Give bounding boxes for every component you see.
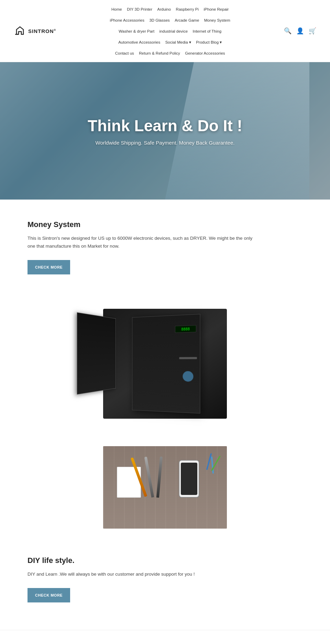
money-system-product-image: 8888 [0,295,330,439]
nav-home[interactable]: Home [111,7,122,11]
main-nav: Home DIY 3D Printer Arduino Raspberry Pi… [56,3,284,58]
logo[interactable]: SINTRON® [14,25,56,37]
logo-icon [14,25,26,37]
nav-money-system[interactable]: Money System [204,18,230,22]
money-system-title: Money System [28,220,302,229]
money-system-section: Money System This is Sintron's new desig… [0,200,330,295]
nav-automotive[interactable]: Automotive Accessories [118,40,160,44]
diy-title: DIY life style. [28,556,302,565]
box-coin-slot [179,357,197,359]
nav-internet-of-thing[interactable]: Internet of Thing [192,29,221,33]
product-box-visual: 8888 [103,309,227,419]
nav-generator[interactable]: Generator Accessories [185,51,225,55]
box-button [183,371,193,382]
nav-raspberry-pi[interactable]: Raspberry Pi [176,7,199,11]
repair-image-visual [103,446,227,529]
svg-marker-0 [16,27,23,34]
nav-row-2: iPhone Accessories 3D Glasses Arcade Gam… [63,14,277,25]
phone-image [179,460,199,498]
box-door [77,312,116,394]
nav-diy-3d-printer[interactable]: DIY 3D Printer [127,7,152,11]
nav-row-1: Home DIY 3D Printer Arduino Raspberry Pi… [63,3,277,14]
hero-section: Think Learn & Do It ! Worldwide Shipping… [0,62,330,200]
money-system-description: This is Sintron's new designed for US up… [28,235,261,250]
hero-content: Think Learn & Do It ! Worldwide Shipping… [88,116,242,146]
logo-text: SINTRON® [28,28,56,34]
diy-description: DIY and Learn .We will always be with ou… [28,570,261,578]
best-sellers-header: BEST SELLERS [0,630,330,644]
nav-row-3: Washer & dryer Part industrial device In… [63,25,277,36]
nav-iphone-accessories[interactable]: iPhone Accessories [110,18,144,22]
nav-washer-dryer[interactable]: Washer & dryer Part [119,29,154,33]
nav-iphone-repair[interactable]: iPhone Repair [204,7,229,11]
nav-social-media[interactable]: Social Media ▾ [165,40,191,44]
phone-screen [181,463,197,495]
nav-product-blog[interactable]: Product Blog ▾ [196,40,222,44]
diy-check-more-button[interactable]: CHECK MORE [28,588,70,602]
box-display: 8888 [175,325,196,333]
nav-return-refund[interactable]: Return & Refund Policy [139,51,180,55]
site-header: SINTRON® Home DIY 3D Printer Arduino Ras… [0,0,330,62]
nav-industrial-device[interactable]: industrial device [160,29,188,33]
cart-icon[interactable]: 🛒 [309,27,316,35]
hero-title: Think Learn & Do It ! [88,116,242,135]
header-actions: 🔍 👤 🛒 [284,27,316,35]
nav-arduino[interactable]: Arduino [157,7,171,11]
money-system-check-more-button[interactable]: CHECK MORE [28,260,70,274]
nav-row-5: Contact us Return & Refund Policy Genera… [63,47,277,58]
search-icon[interactable]: 🔍 [284,27,292,35]
box-main-body: 8888 [132,314,200,414]
nav-3d-glasses[interactable]: 3D Glasses [149,18,169,22]
nav-row-4: Automotive Accessories Social Media ▾ Pr… [63,36,277,47]
repair-image-section [0,439,330,542]
account-icon[interactable]: 👤 [296,27,304,35]
nav-arcade-game[interactable]: Arcade Game [175,18,199,22]
diy-section: DIY life style. DIY and Learn .We will a… [0,542,330,623]
hero-subtitle: Worldwide Shipping. Safe Payment. Money … [88,140,242,146]
nav-contact-us[interactable]: Contact us [115,51,134,55]
